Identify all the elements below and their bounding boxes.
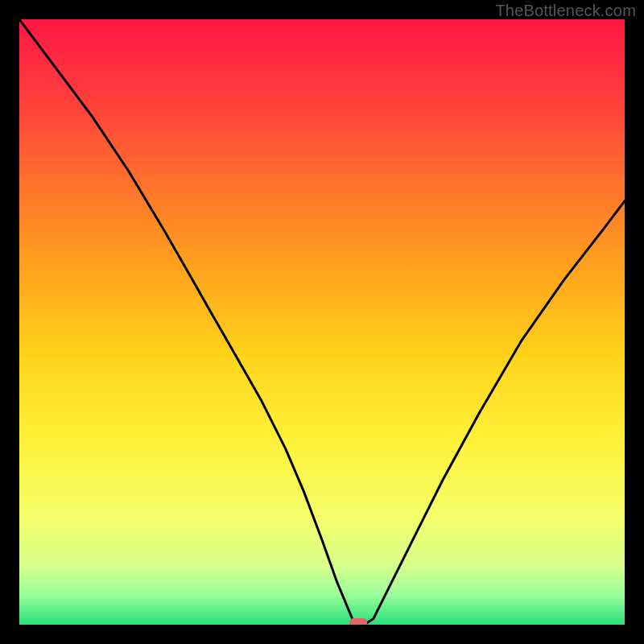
optimum-marker bbox=[349, 618, 367, 625]
chart-svg bbox=[19, 19, 625, 625]
chart-plot-area bbox=[19, 19, 625, 625]
watermark-text: TheBottleneck.com bbox=[495, 2, 636, 20]
chart-frame: TheBottleneck.com bbox=[0, 0, 644, 644]
